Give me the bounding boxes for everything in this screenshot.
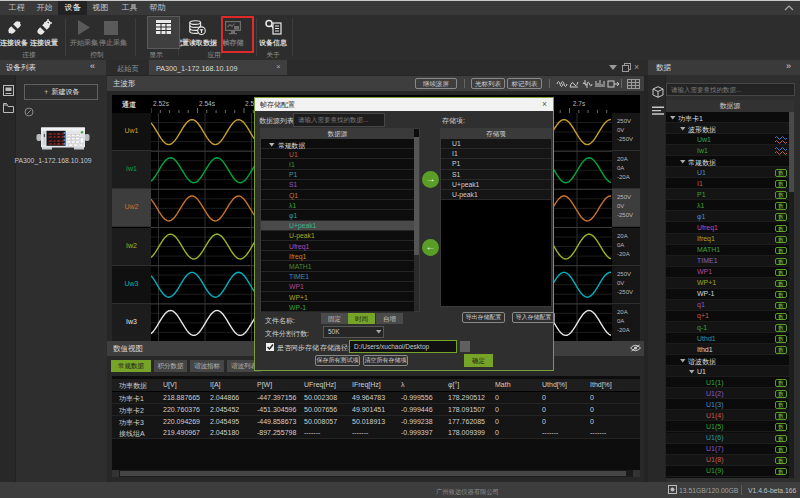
svg-text:8.8: 8.8 [58, 143, 64, 146]
svg-text:8.8: 8.8 [58, 133, 64, 136]
svg-text:8.8: 8.8 [58, 136, 64, 139]
